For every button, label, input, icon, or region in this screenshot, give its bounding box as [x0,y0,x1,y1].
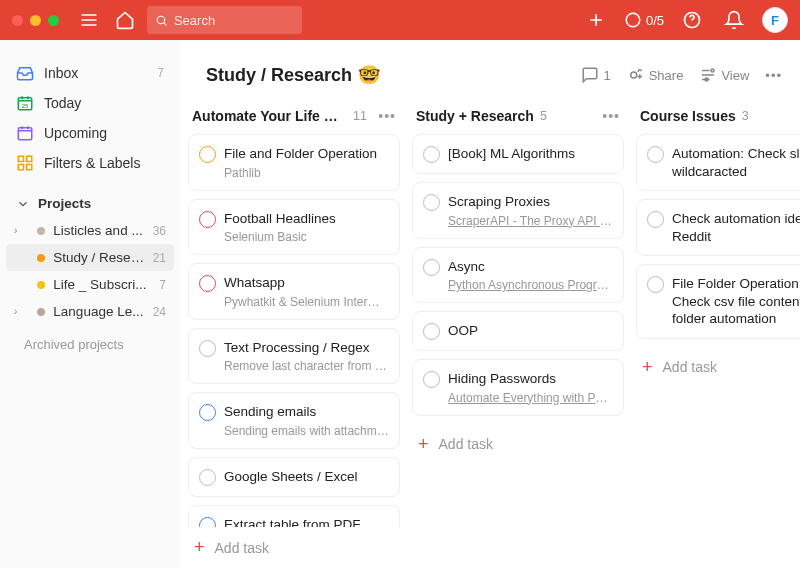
column-title[interactable]: Course Issues [640,108,736,124]
task-card[interactable]: WhatsappPywhatkit & Selenium Intermediat… [188,263,400,320]
task-card[interactable]: Sending emailsSending emails with attach… [188,392,400,449]
menu-icon[interactable] [75,6,103,34]
project-bullet [37,254,45,262]
column-count: 11 [353,109,367,123]
svg-text:25: 25 [22,103,29,109]
task-checkbox[interactable] [199,517,216,527]
task-checkbox[interactable] [423,259,440,276]
task-card[interactable]: Check automation ideas Reddit [636,199,800,256]
comments-button[interactable]: 1 [581,66,610,84]
task-checkbox[interactable] [199,404,216,421]
task-card[interactable]: AsyncPython Asynchronous Programmin... [412,247,624,304]
task-title: Football Headlines [224,210,389,228]
project-item[interactable]: ›Life _ Subscri...7 [6,271,174,298]
add-task-button[interactable]: +Add task [636,347,800,388]
chevron-right-icon: › [14,306,17,317]
svg-point-1 [626,13,640,27]
add-task-button[interactable]: +Add task [188,527,400,568]
nav-today[interactable]: 25 Today [6,88,174,118]
task-title: Automation: Check slides wildcaracted [672,145,800,180]
project-item[interactable]: ›Listicles and ...36 [6,217,174,244]
nav-filters[interactable]: Filters & Labels [6,148,174,178]
add-task-button[interactable]: +Add task [412,424,624,465]
task-title: Text Processing / Regex [224,339,389,357]
svg-rect-8 [18,165,23,170]
search-box[interactable] [147,6,302,34]
project-label: Study / Resea... [53,250,144,265]
filters-icon [16,154,34,172]
notification-icon[interactable] [720,6,748,34]
task-card[interactable]: OOP [412,311,624,351]
view-icon [699,66,717,84]
column-title[interactable]: Automate Your Life with Pyt... [192,108,347,124]
column-title[interactable]: Study + Research [416,108,534,124]
task-checkbox[interactable] [423,194,440,211]
task-card[interactable]: File and Folder OperationPathlib [188,134,400,191]
task-subtitle: Remove last character from files, r... [224,359,389,373]
plus-icon: + [642,357,653,378]
task-subtitle: Pathlib [224,166,389,180]
task-checkbox[interactable] [199,146,216,163]
task-title: Scraping Proxies [448,193,613,211]
task-card[interactable]: Automation: Check slides wildcaracted [636,134,800,191]
share-button[interactable]: Share [627,66,684,84]
maximize-dot[interactable] [48,15,59,26]
topbar: 0/5 F [0,0,800,40]
inbox-icon [16,64,34,82]
archived-projects[interactable]: Archived projects [6,325,174,364]
svg-rect-7 [27,156,32,161]
task-subtitle: Python Asynchronous Programmin... [448,278,613,292]
task-checkbox[interactable] [423,146,440,163]
nav-inbox[interactable]: Inbox 7 [6,58,174,88]
help-icon[interactable] [678,6,706,34]
share-icon [627,66,645,84]
project-label: Life _ Subscri... [53,277,151,292]
nav-upcoming[interactable]: Upcoming [6,118,174,148]
task-checkbox[interactable] [199,469,216,486]
column-count: 3 [742,109,749,123]
task-checkbox[interactable] [647,276,664,293]
more-menu[interactable]: ••• [765,68,782,83]
task-card[interactable]: Scraping ProxiesScraperAPI - The Proxy A… [412,182,624,239]
progress-icon [624,11,642,29]
view-button[interactable]: View [699,66,749,84]
close-dot[interactable] [12,15,23,26]
project-item[interactable]: ›Study / Resea...21 [6,244,174,271]
task-card[interactable]: Extract table from PDFCamelot [188,505,400,527]
nav-label: Filters & Labels [44,155,140,171]
avatar[interactable]: F [762,7,788,33]
board-column: Course Issues3•••Automation: Check slide… [636,102,800,568]
task-checkbox[interactable] [647,146,664,163]
productivity-indicator[interactable]: 0/5 [624,11,664,29]
plus-icon: + [418,434,429,455]
nav-count: 7 [157,66,164,80]
home-icon[interactable] [111,6,139,34]
minimize-dot[interactable] [30,15,41,26]
svg-rect-5 [18,128,32,140]
task-checkbox[interactable] [199,275,216,292]
add-icon[interactable] [582,6,610,34]
svg-point-11 [711,69,714,72]
task-checkbox[interactable] [423,371,440,388]
search-input[interactable] [174,13,294,28]
task-checkbox[interactable] [199,340,216,357]
main-header: Study / Research 🤓 1 Share View ••• [180,40,800,102]
task-title: Hiding Passwords [448,370,613,388]
task-card[interactable]: Football HeadlinesSelenium Basic [188,199,400,256]
task-title: Async [448,258,613,276]
task-card[interactable]: Hiding PasswordsAutomate Everything with… [412,359,624,416]
task-card[interactable]: Google Sheets / Excel [188,457,400,497]
task-checkbox[interactable] [423,323,440,340]
task-subtitle: Sending emails with attachments, ... [224,424,389,438]
task-checkbox[interactable] [647,211,664,228]
board-column: Study + Research5•••[Book] ML Algorithms… [412,102,624,568]
task-card[interactable]: [Book] ML Algorithms [412,134,624,174]
project-item[interactable]: ›Language Le...24 [6,298,174,325]
projects-heading[interactable]: Projects [6,178,174,217]
task-card[interactable]: Text Processing / RegexRemove last chara… [188,328,400,385]
task-checkbox[interactable] [199,211,216,228]
task-card[interactable]: File Folder Operation: Check csv file co… [636,264,800,339]
column-menu[interactable]: ••• [378,108,396,124]
column-menu[interactable]: ••• [602,108,620,124]
task-title: Google Sheets / Excel [224,468,389,486]
